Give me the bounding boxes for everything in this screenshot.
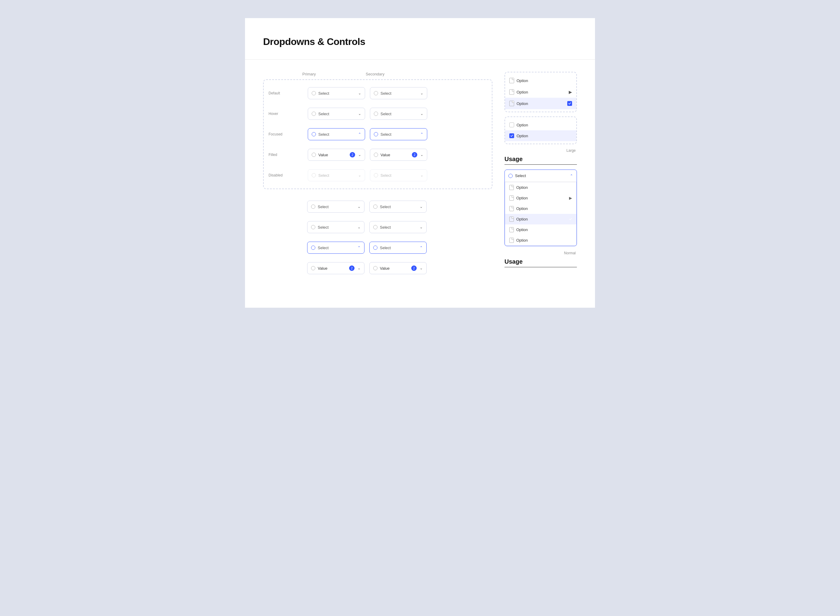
dropdown-secondary-2[interactable]: Select ⌄: [369, 201, 427, 213]
chevron-icon: ⌄: [420, 91, 423, 95]
usage-option-3[interactable]: Option: [505, 203, 576, 214]
row-label-hover: Hover: [269, 111, 308, 116]
dropdown-primary-default[interactable]: Select ⌄: [308, 87, 365, 99]
chevron-icon: ⌃: [420, 132, 423, 136]
radio-icon: [312, 111, 316, 116]
usage-option-4[interactable]: Option: [505, 214, 576, 224]
dropdown-secondary-default[interactable]: Select ⌄: [370, 87, 427, 99]
option-label: Option: [517, 133, 572, 138]
btn-label: Select: [318, 132, 357, 136]
option-1-2[interactable]: Option ▶: [505, 86, 576, 98]
page-container: Dropdowns & Controls Primary Secondary D…: [245, 18, 595, 308]
option-panel-1: Option Option ▶ Option: [504, 72, 577, 112]
option-1-1[interactable]: Option: [505, 75, 576, 86]
usage-dropdown-1[interactable]: Select ⌃ Option Option ▶: [504, 170, 577, 246]
usage-option-6[interactable]: Option: [505, 235, 576, 246]
row-default-3: Select ⌄ Select ⌄: [268, 217, 488, 238]
left-panel: Primary Secondary Default Select ⌄: [263, 72, 492, 279]
usage-option-label: Option: [516, 196, 528, 200]
dropdown-primary-2[interactable]: Select ⌄: [307, 201, 364, 213]
dropdown-secondary-disabled: Select ⌄: [370, 169, 427, 181]
chevron-icon: ⌄: [420, 205, 423, 209]
row-default: Default Select ⌄ Select ⌄: [269, 83, 487, 103]
usage-option-1[interactable]: Option: [505, 182, 576, 193]
col-header-secondary: Secondary: [366, 72, 429, 76]
usage-divider-1: [504, 164, 577, 165]
row-focused: Focused Select ⌃ Select ⌃: [269, 124, 487, 145]
dropdown-pair-disabled: Select ⌄ Select ⌄: [308, 169, 427, 181]
chevron-icon: ⌄: [358, 205, 361, 209]
option-1-3[interactable]: Option: [505, 98, 576, 109]
btn-label: Select: [318, 205, 356, 209]
dropdown-secondary-focused[interactable]: Select ⌃: [370, 128, 427, 140]
btn-label: Select: [380, 205, 419, 209]
btn-label: Value: [318, 153, 350, 157]
chevron-icon: ⌄: [420, 173, 423, 177]
btn-label: Select: [380, 225, 419, 230]
extra-rows: Select ⌄ Select ⌄: [263, 197, 492, 279]
dropdown-primary-filled[interactable]: Value 2 ⌄: [308, 149, 365, 161]
radio-icon: [311, 225, 315, 229]
chevron-up-icon: ⌃: [570, 174, 573, 178]
radio-icon: [374, 111, 378, 116]
dropdown-primary-focused-2[interactable]: Select ⌃: [307, 242, 364, 254]
radio-icon: [373, 205, 377, 209]
badge: 2: [350, 152, 355, 157]
file-icon: [509, 101, 514, 106]
dropdown-pair-focused-2: Select ⌃ Select ⌃: [307, 242, 427, 254]
row-disabled: Disabled Select ⌄ Select ⌄: [269, 165, 487, 186]
btn-label: Select: [380, 246, 419, 250]
row-focused-2: Select ⌃ Select ⌃: [268, 238, 488, 258]
chevron-icon: ⌄: [420, 225, 423, 229]
dropdown-pair-hover: Select ⌄ Select ⌄: [308, 108, 427, 120]
option-2-2[interactable]: Option: [505, 130, 576, 141]
dropdown-primary-hover[interactable]: Select ⌄: [308, 108, 365, 120]
radio-icon: [311, 266, 315, 270]
usage-title-1: Usage: [504, 155, 577, 163]
btn-label: Select: [318, 91, 357, 95]
file-icon: [509, 227, 514, 232]
usage-option-2[interactable]: Option ▶: [505, 193, 576, 203]
badge: 2: [411, 265, 417, 271]
dropdown-primary-filled-2[interactable]: Value 2 ⌄: [307, 262, 364, 274]
page-title: Dropdowns & Controls: [263, 36, 577, 47]
btn-label: Select: [380, 132, 419, 136]
usage-option-label: Option: [516, 217, 528, 221]
radio-icon: [374, 91, 378, 95]
option-label: Option: [517, 78, 572, 83]
row-label-filled: Filled: [269, 153, 308, 157]
dropdown-secondary-3[interactable]: Select ⌄: [369, 221, 427, 233]
usage-option-label: Option: [516, 206, 528, 211]
radio-icon: [374, 173, 378, 177]
btn-label: Select: [318, 246, 356, 250]
option-2-1[interactable]: Option: [505, 119, 576, 130]
dropdown-secondary-hover[interactable]: Select ⌄: [370, 108, 427, 120]
option-label: Option: [517, 90, 566, 94]
chevron-icon: ⌄: [358, 91, 361, 95]
dropdown-secondary-filled-2[interactable]: Value 2 ⌄: [369, 262, 427, 274]
radio-icon: [374, 132, 378, 136]
chevron-icon: ⌄: [420, 266, 423, 270]
badge: 2: [349, 265, 354, 271]
usage-option-5[interactable]: Option: [505, 224, 576, 235]
dropdown-primary-3[interactable]: Select ⌄: [307, 221, 364, 233]
empty-check-box: [509, 122, 514, 127]
col-header-primary: Primary: [303, 72, 366, 76]
usage-dropdown-header[interactable]: Select ⌃: [505, 170, 577, 182]
option-panel-2: Option Option: [504, 116, 577, 144]
btn-label: Value: [380, 266, 411, 271]
check-box: [509, 133, 514, 138]
dropdown-secondary-filled[interactable]: Value 2 ⌄: [370, 149, 427, 161]
btn-label: Select: [318, 111, 357, 116]
radio-icon: [311, 205, 315, 209]
btn-label: Select: [318, 173, 357, 178]
chevron-icon: ⌃: [358, 132, 361, 136]
dropdown-primary-focused[interactable]: Select ⌃: [308, 128, 365, 140]
row-default-2: Select ⌄ Select ⌄: [268, 197, 488, 217]
chevron-icon: ⌃: [358, 246, 361, 250]
btn-label: Select: [318, 225, 356, 230]
page-header: Dropdowns & Controls: [245, 18, 595, 60]
dropdown-secondary-focused-2[interactable]: Select ⌃: [369, 242, 427, 254]
usage-divider-2: [504, 267, 577, 267]
chevron-icon: ⌄: [358, 266, 361, 270]
